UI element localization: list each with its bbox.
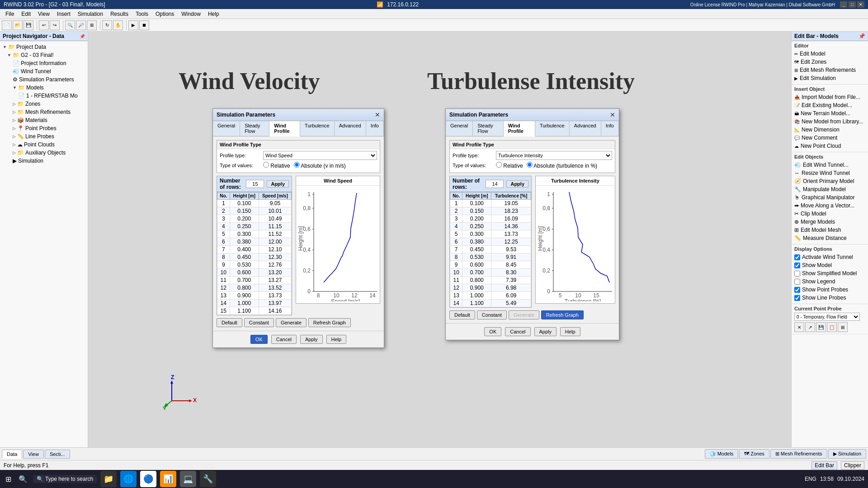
turb-table-cell[interactable]: 6.98 <box>491 284 531 292</box>
search-button[interactable]: 🔍 <box>17 473 29 485</box>
wind-table-cell[interactable]: 12.00 <box>259 238 291 246</box>
probe-btn-3[interactable]: 💾 <box>816 322 826 332</box>
turbulence-dialog-close[interactable]: ✕ <box>610 111 615 118</box>
menu-file[interactable]: File <box>2 10 18 18</box>
show-line-probes-checkbox[interactable] <box>794 295 800 301</box>
turb-table-cell[interactable]: 7 <box>450 246 462 253</box>
menu-window[interactable]: Window <box>178 10 204 18</box>
wind-table-cell[interactable]: 13.27 <box>259 277 291 284</box>
wind-tab-advanced[interactable]: Advanced <box>335 121 366 136</box>
turb-table-cell[interactable]: 19.05 <box>491 200 531 207</box>
wind-table-cell[interactable]: 12.76 <box>259 261 291 269</box>
wind-table-cell[interactable]: 12 <box>217 284 230 292</box>
rpanel-clip-model[interactable]: ✂Clip Model <box>794 210 865 218</box>
turb-absolute-label[interactable]: Absolute (turbulence in %) <box>527 162 597 169</box>
tree-mesh-refinements[interactable]: ▷ 📁 Mesh Refinements <box>2 108 86 116</box>
turb-table-cell[interactable]: 10 <box>450 269 462 277</box>
wind-table-cell[interactable]: 0.450 <box>230 253 259 261</box>
turb-table-cell[interactable]: 12.25 <box>491 238 531 246</box>
turb-relative-radio[interactable] <box>496 162 502 168</box>
wind-table-cell[interactable]: 0.600 <box>230 269 259 277</box>
tree-rfem-model[interactable]: 📄 1 - RFEM/RSTAB Mo <box>2 92 86 100</box>
turb-profile-type-select[interactable]: Wind Speed Turbulence Intensity <box>496 151 612 160</box>
turb-tab-steady[interactable]: Steady Flow <box>473 121 504 136</box>
rpanel-new-comment[interactable]: 💬New Comment <box>794 134 865 142</box>
zoom-out[interactable]: 🔎 <box>76 20 86 30</box>
wind-table-cell[interactable]: 11.15 <box>259 223 291 230</box>
tree-simulation[interactable]: ▶ Simulation <box>2 157 86 165</box>
turb-table-cell[interactable]: 3 <box>450 215 462 223</box>
redo-button[interactable]: ↪ <box>50 20 60 30</box>
turb-refresh-button[interactable]: Refresh Graph <box>541 310 584 319</box>
turb-table-cell[interactable]: 7.39 <box>491 277 531 284</box>
wind-apply-button[interactable]: Apply <box>300 335 323 344</box>
wind-table-cell[interactable]: 13.52 <box>259 284 291 292</box>
turb-table-cell[interactable]: 0.700 <box>462 269 491 277</box>
wind-table-cell[interactable]: 0.700 <box>230 277 259 284</box>
turb-apply-button[interactable]: Apply <box>534 327 557 336</box>
tab-mesh-ref[interactable]: ⊞ Mesh Refinements <box>770 449 827 459</box>
wind-default-button[interactable]: Default <box>217 318 242 327</box>
turb-table-cell[interactable]: 0.150 <box>462 207 491 215</box>
turb-table-cell[interactable]: 6 <box>450 238 462 246</box>
turb-ok-button[interactable]: OK <box>484 327 501 336</box>
turb-relative-label[interactable]: Relative <box>496 162 523 169</box>
turb-table-cell[interactable]: 8.30 <box>491 269 531 277</box>
wind-relative-label[interactable]: Relative <box>263 162 290 169</box>
show-legend-checkbox[interactable] <box>794 279 800 285</box>
wind-absolute-label[interactable]: Absolute (v in m/s) <box>294 162 346 169</box>
search-box[interactable]: 🔍 Type here to search <box>33 475 97 483</box>
tree-project-info[interactable]: 📄 Project Information <box>2 59 86 67</box>
rpanel-move-vector[interactable]: ➡Move Along a Vector... <box>794 202 865 210</box>
rpanel-show-legend[interactable]: Show Legend <box>794 277 865 286</box>
show-model-checkbox[interactable] <box>794 263 800 268</box>
wind-table-cell[interactable]: 0.150 <box>230 207 259 215</box>
turb-table-cell[interactable]: 9.53 <box>491 246 531 253</box>
turb-table-cell[interactable]: 4 <box>450 223 462 230</box>
turb-table-cell[interactable]: 18.23 <box>491 207 531 215</box>
wind-table-cell[interactable]: 3 <box>217 215 230 223</box>
tree-materials[interactable]: ▷ 📦 Materials <box>2 116 86 124</box>
turb-table-cell[interactable]: 14 <box>450 300 462 307</box>
turb-help-button[interactable]: Help <box>560 327 580 336</box>
fit-view[interactable]: ⊞ <box>87 20 97 30</box>
wind-table-cell[interactable]: 5 <box>217 230 230 238</box>
tab-simulation[interactable]: ▶ Simulation <box>828 449 866 459</box>
wind-table-cell[interactable]: 2 <box>217 207 230 215</box>
wind-table-cell[interactable]: 8 <box>217 253 230 261</box>
wind-table-cell[interactable]: 10.01 <box>259 207 291 215</box>
turb-table-cell[interactable]: 5 <box>450 230 462 238</box>
rpanel-show-model[interactable]: Show Model <box>794 261 865 269</box>
tree-zones[interactable]: ▷ 📁 Zones <box>2 100 86 108</box>
probe-btn-2[interactable]: ↗ <box>805 322 815 332</box>
turb-table-cell[interactable]: 0.250 <box>462 223 491 230</box>
turb-table-cell[interactable]: 0.800 <box>462 277 491 284</box>
turb-absolute-radio[interactable] <box>527 162 533 168</box>
tree-aux-objects[interactable]: ▷ 📁 Auxiliary Objects <box>2 149 86 157</box>
taskbar-app3[interactable]: 🔧 <box>200 471 216 487</box>
rpanel-edit-existing[interactable]: 📝Edit Existing Model... <box>794 101 865 109</box>
taskbar-explorer[interactable]: 📁 <box>100 471 117 487</box>
wind-table-cell[interactable]: 15 <box>217 307 230 315</box>
tree-point-probes[interactable]: ▷ 📍 Point Probes <box>2 124 86 132</box>
wind-table-cell[interactable]: 0.250 <box>230 223 259 230</box>
show-point-probes-checkbox[interactable] <box>794 287 800 293</box>
zoom-in[interactable]: 🔍 <box>65 20 75 30</box>
rpanel-import-model[interactable]: 📥Import Model from File... <box>794 93 865 101</box>
rpanel-show-simplified[interactable]: Show Simplified Model <box>794 269 865 277</box>
turb-cancel-button[interactable]: Cancel <box>505 327 530 336</box>
turb-table-cell[interactable]: 16.09 <box>491 215 531 223</box>
rpanel-merge-models[interactable]: ⊕Merge Models <box>794 218 865 226</box>
turb-table-cell[interactable]: 6.09 <box>491 292 531 300</box>
wind-table-cell[interactable]: 0.400 <box>230 246 259 253</box>
wind-profile-type-select[interactable]: Wind Speed Turbulence Intensity <box>263 151 377 160</box>
wind-num-rows-input[interactable] <box>246 180 264 188</box>
wind-table-cell[interactable]: 13.20 <box>259 269 291 277</box>
tree-g2-03[interactable]: ▼ 📁 G2 - 03 Final! <box>2 51 86 59</box>
rpanel-resize-tunnel[interactable]: ↔Resize Wind Tunnel <box>794 169 865 177</box>
turb-table-cell[interactable]: 13 <box>450 292 462 300</box>
activate-wind-checkbox[interactable] <box>794 254 800 260</box>
wind-ok-button[interactable]: OK <box>250 335 268 344</box>
tree-project-data[interactable]: ▼ 📁 Project Data <box>2 43 86 51</box>
wind-tab-general[interactable]: General <box>213 121 240 136</box>
